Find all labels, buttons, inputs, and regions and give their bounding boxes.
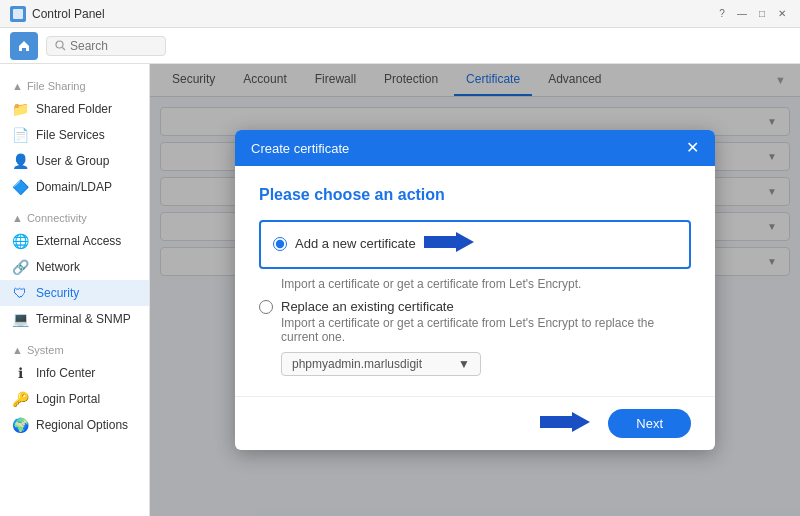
window-controls: ? — □ ✕ (714, 6, 790, 22)
titlebar: Control Panel ? — □ ✕ (0, 0, 800, 28)
svg-line-2 (63, 48, 66, 51)
sidebar-item-file-services[interactable]: 📄 File Services (0, 122, 149, 148)
certificate-dropdown[interactable]: phpmyadmin.marlusdigit ▼ (281, 352, 481, 376)
terminal-icon: 💻 (12, 311, 28, 327)
modal-header: Create certificate ✕ (235, 130, 715, 166)
modal-footer: Next (235, 396, 715, 450)
login-portal-icon: 🔑 (12, 391, 28, 407)
app-icon (10, 6, 26, 22)
search-box[interactable] (46, 36, 166, 56)
modal-close-button[interactable]: ✕ (686, 140, 699, 156)
shared-folder-icon: 📁 (12, 101, 28, 117)
sidebar: ▲ File Sharing 📁 Shared Folder 📄 File Se… (0, 64, 150, 516)
maximize-button[interactable]: □ (754, 6, 770, 22)
modal-overlay: Create certificate ✕ Please choose an ac… (150, 64, 800, 516)
search-input[interactable] (70, 39, 155, 53)
minimize-button[interactable]: — (734, 6, 750, 22)
sidebar-item-login-portal[interactable]: 🔑 Login Portal (0, 386, 149, 412)
modal-title: Create certificate (251, 141, 349, 156)
security-icon: 🛡 (12, 285, 28, 301)
arrow-annotation (424, 230, 474, 257)
svg-marker-4 (540, 412, 590, 432)
sidebar-item-security[interactable]: 🛡 Security (0, 280, 149, 306)
footer-arrow (540, 410, 590, 437)
next-button[interactable]: Next (608, 409, 691, 438)
sidebar-item-domain-ldap[interactable]: 🔷 Domain/LDAP (0, 174, 149, 200)
option-add-new-label: Add a new certificate (295, 236, 416, 251)
sidebar-item-terminal-snmp[interactable]: 💻 Terminal & SNMP (0, 306, 149, 332)
dropdown-chevron-icon: ▼ (458, 357, 470, 371)
sidebar-item-user-group[interactable]: 👤 User & Group (0, 148, 149, 174)
sidebar-item-regional-options[interactable]: 🌍 Regional Options (0, 412, 149, 438)
app-container: ▲ File Sharing 📁 Shared Folder 📄 File Se… (0, 28, 800, 516)
sidebar-item-info-center[interactable]: ℹ Info Center (0, 360, 149, 386)
close-button[interactable]: ✕ (774, 6, 790, 22)
option-replace-desc: Import a certificate or get a certificat… (281, 316, 691, 344)
domain-icon: 🔷 (12, 179, 28, 195)
svg-point-1 (56, 41, 63, 48)
svg-rect-0 (13, 9, 23, 19)
main-panel: Security Account Firewall Protection Cer… (150, 64, 800, 516)
option-add-new-box: Add a new certificate (259, 220, 691, 269)
create-certificate-modal: Create certificate ✕ Please choose an ac… (235, 130, 715, 450)
regional-icon: 🌍 (12, 417, 28, 433)
app-title: Control Panel (32, 7, 708, 21)
sidebar-section-connectivity: ▲ Connectivity 🌐 External Access 🔗 Netwo… (0, 204, 149, 336)
svg-marker-3 (424, 232, 474, 252)
modal-body: Please choose an action Add a new certif… (235, 166, 715, 396)
option-add-new-row: Add a new certificate (273, 230, 677, 257)
sidebar-item-network[interactable]: 🔗 Network (0, 254, 149, 280)
sidebar-section-title-system: ▲ System (0, 340, 149, 360)
top-nav (0, 28, 800, 64)
home-button[interactable] (10, 32, 38, 60)
sidebar-section-system: ▲ System ℹ Info Center 🔑 Login Portal 🌍 … (0, 336, 149, 442)
option-add-new-desc: Import a certificate or get a certificat… (281, 277, 691, 291)
option-replace-row: Replace an existing certificate (259, 299, 691, 314)
file-services-icon: 📄 (12, 127, 28, 143)
option-replace-label: Replace an existing certificate (281, 299, 454, 314)
content-area: ▲ File Sharing 📁 Shared Folder 📄 File Se… (0, 64, 800, 516)
info-icon: ℹ (12, 365, 28, 381)
sidebar-section-title-file-sharing: ▲ File Sharing (0, 76, 149, 96)
sidebar-item-external-access[interactable]: 🌐 External Access (0, 228, 149, 254)
user-group-icon: 👤 (12, 153, 28, 169)
sidebar-section-file-sharing: ▲ File Sharing 📁 Shared Folder 📄 File Se… (0, 72, 149, 204)
help-button[interactable]: ? (714, 6, 730, 22)
sidebar-item-shared-folder[interactable]: 📁 Shared Folder (0, 96, 149, 122)
option-replace: Replace an existing certificate Import a… (259, 299, 691, 344)
radio-add-new[interactable] (273, 237, 287, 251)
dropdown-value: phpmyadmin.marlusdigit (292, 357, 422, 371)
radio-replace[interactable] (259, 300, 273, 314)
external-access-icon: 🌐 (12, 233, 28, 249)
modal-heading: Please choose an action (259, 186, 691, 204)
network-icon: 🔗 (12, 259, 28, 275)
search-icon (55, 40, 66, 51)
sidebar-section-title-connectivity: ▲ Connectivity (0, 208, 149, 228)
